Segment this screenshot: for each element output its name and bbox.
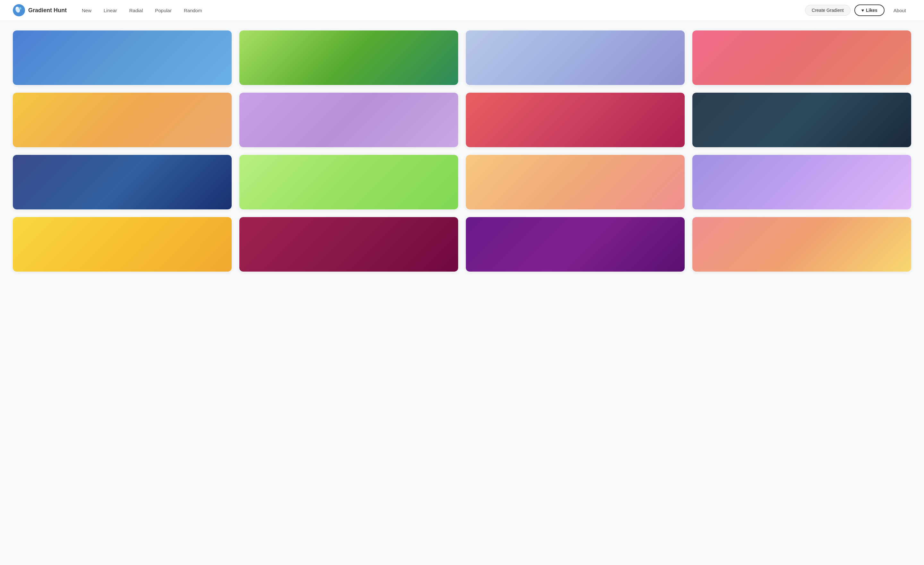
gradient-swatch [572, 194, 671, 268]
gradient-card[interactable] [253, 276, 352, 350]
svg-point-2 [16, 7, 19, 12]
gradient-swatch [572, 276, 671, 350]
gradient-swatch [359, 276, 458, 350]
gradient-card[interactable] [466, 276, 565, 350]
gradient-swatch [359, 31, 458, 105]
gradient-swatch [359, 194, 458, 268]
heart-icon: ♥ [864, 7, 867, 13]
gradient-swatch [572, 112, 671, 187]
about-link[interactable]: About [891, 6, 914, 15]
gradient-swatch [253, 112, 352, 187]
gradient-swatch [253, 31, 352, 105]
header-actions: Create Gradient ♥ Likes About [805, 4, 914, 16]
gradient-card[interactable] [572, 112, 671, 187]
nav-popular[interactable]: Popular [144, 6, 171, 15]
nav-linear[interactable]: Linear [94, 6, 118, 15]
gradient-grid [237, 21, 687, 360]
gradient-swatch [466, 276, 565, 350]
create-gradient-button[interactable]: Create Gradient [805, 4, 853, 16]
gradient-card[interactable] [253, 112, 352, 187]
likes-label: Likes [869, 7, 880, 13]
gradient-swatch [466, 194, 565, 268]
gradient-card[interactable] [466, 194, 565, 268]
gradient-swatch [253, 276, 352, 350]
nav-radial[interactable]: Radial [119, 6, 143, 15]
gradient-card[interactable] [572, 194, 671, 268]
gradient-swatch [253, 194, 352, 268]
logo-text: Gradient Hunt [24, 7, 63, 13]
logo-icon [10, 4, 22, 16]
gradient-card[interactable] [359, 276, 458, 350]
gradient-card[interactable] [572, 31, 671, 105]
gradient-swatch [466, 112, 565, 187]
likes-button[interactable]: ♥ Likes [856, 4, 887, 16]
gradient-card[interactable] [359, 31, 458, 105]
gradient-card[interactable] [359, 112, 458, 187]
gradient-card[interactable] [253, 194, 352, 268]
logo[interactable]: Gradient Hunt [10, 4, 63, 16]
gradient-card[interactable] [466, 31, 565, 105]
gradient-card[interactable] [572, 276, 671, 350]
gradient-card[interactable] [466, 112, 565, 187]
nav-new[interactable]: New [73, 6, 93, 15]
gradient-card[interactable] [253, 31, 352, 105]
gradient-card[interactable] [359, 194, 458, 268]
nav-random[interactable]: Random [172, 6, 201, 15]
gradient-swatch [466, 31, 565, 105]
svg-point-3 [14, 7, 16, 9]
gradient-swatch [359, 112, 458, 187]
gradient-swatch [572, 31, 671, 105]
main-nav: New Linear Radial Popular Random [73, 6, 805, 15]
